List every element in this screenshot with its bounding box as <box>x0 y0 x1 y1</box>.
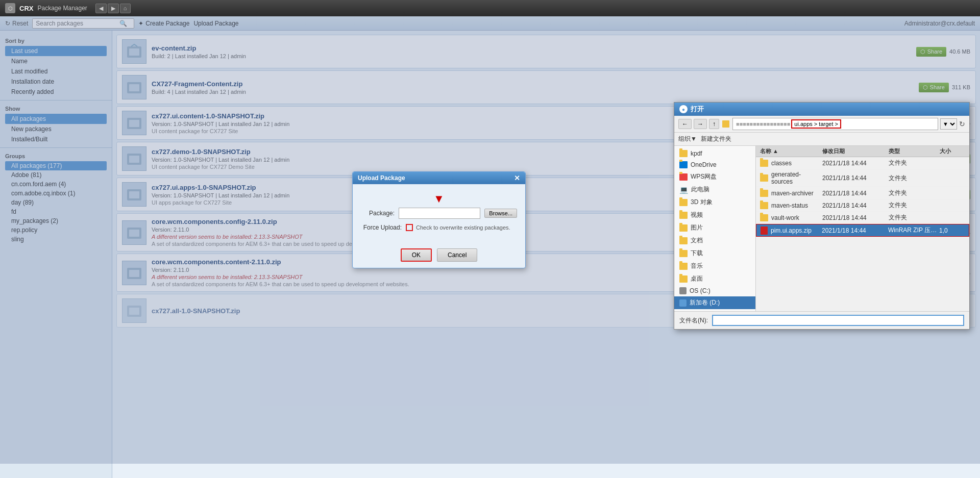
fb-left-item-computer[interactable]: 💻 此电脑 <box>674 183 755 196</box>
fb-left-item-osc[interactable]: OS (C:) <box>674 285 755 296</box>
app-subtitle: Package Manager <box>37 5 87 12</box>
file-name: maven-status <box>760 202 822 209</box>
list-item[interactable]: vault-work 2021/1/18 14:44 文件夹 <box>756 212 969 224</box>
fb-left-item-newd[interactable]: 新加卷 (D:) <box>674 296 755 309</box>
arrow-indicator: ▼ <box>433 192 445 206</box>
nav-home-btn[interactable]: ⌂ <box>120 4 131 13</box>
file-date: 2021/1/18 14:44 <box>822 160 889 167</box>
modal-title: Upload Package <box>358 174 405 182</box>
upload-package-modal: Upload Package ✕ ▼ Package: Browse... Fo… <box>352 171 526 268</box>
top-bar: ⬡ CRX Package Manager ◀ ▶ ⌂ <box>0 0 980 16</box>
fb-folder-location-icon <box>722 120 729 128</box>
fb-new-folder-btn[interactable]: 新建文件夹 <box>701 135 731 143</box>
fb-left-item-music[interactable]: 音乐 <box>674 260 755 272</box>
file-date: 2021/1/18 14:44 <box>822 227 888 234</box>
modal-body: ▼ Package: Browse... Force Upload: Check… <box>353 184 525 244</box>
nav-buttons: ◀ ▶ ⌂ <box>95 4 131 13</box>
force-upload-checkbox[interactable] <box>406 224 413 231</box>
cancel-button[interactable]: Cancel <box>437 248 477 262</box>
col-date-header: 修改日期 <box>822 147 889 155</box>
ok-button[interactable]: OK <box>401 248 432 262</box>
folder-icon <box>760 214 768 221</box>
list-item[interactable]: pim.ui.apps.zip 2021/1/18 14:44 WinRAR Z… <box>756 224 969 237</box>
file-type: 文件夹 <box>889 174 940 183</box>
file-name: classes <box>760 160 822 167</box>
crx-logo-icon: ⬡ <box>5 3 15 13</box>
fb-toolbar: ← → ↑ ■■■■■■■■■■■■■■■■ ui.apps > target … <box>674 116 969 133</box>
folder-icon <box>679 199 688 206</box>
hdd-icon <box>679 299 687 307</box>
package-label: Package: <box>361 210 395 217</box>
folder-icon <box>679 224 688 232</box>
fb-left-panel: kpdf OneDrive WPS网盘 💻 此电脑 3D 对象 视频 <box>674 146 756 311</box>
force-upload-row: Force Upload: Check to overwrite existin… <box>361 224 517 231</box>
fb-left-item-wps[interactable]: WPS网盘 <box>674 170 755 183</box>
fb-path-bar: ■■■■■■■■■■■■■■■■ ui.apps > target > <box>732 118 938 130</box>
fb-filename-input[interactable] <box>712 315 964 326</box>
file-type: WinRAR ZIP 压缩... <box>888 226 939 235</box>
fb-left-item-onedrive[interactable]: OneDrive <box>674 159 755 170</box>
folder-icon <box>760 174 768 182</box>
fb-left-item-kpdf[interactable]: kpdf <box>674 148 755 159</box>
fb-bottom: 文件名(N): <box>674 311 969 329</box>
folder-icon <box>760 202 768 209</box>
app-title-crx: CRX <box>19 5 33 12</box>
app-title: CRX <box>19 5 33 12</box>
file-type: 文件夹 <box>889 189 940 197</box>
modal-footer: OK Cancel <box>353 244 525 268</box>
folder-icon <box>679 161 688 168</box>
list-item[interactable]: generated-sources 2021/1/18 14:44 文件夹 <box>756 169 969 187</box>
file-date: 2021/1/18 14:44 <box>822 214 889 221</box>
fb-refresh-btn[interactable]: ↻ <box>959 120 965 128</box>
fb-right-panel: 名称 ▲ 修改日期 类型 大小 classes 2021/1/18 14:44 … <box>756 146 969 311</box>
fb-left-item-pictures[interactable]: 图片 <box>674 221 755 234</box>
list-item[interactable]: maven-status 2021/1/18 14:44 文件夹 <box>756 199 969 212</box>
file-name: maven-archiver <box>760 190 822 197</box>
hdd-icon <box>679 287 687 294</box>
list-item[interactable]: classes 2021/1/18 14:44 文件夹 <box>756 157 969 169</box>
folder-icon <box>679 263 688 270</box>
folder-icon <box>679 212 688 219</box>
computer-icon: 💻 <box>679 186 688 194</box>
file-size: 1,0 <box>939 227 965 234</box>
zip-icon <box>761 227 768 235</box>
fb-organize-btn[interactable]: 组织▼ <box>678 135 697 143</box>
browse-btn[interactable]: Browse... <box>484 209 517 218</box>
file-name: pim.ui.apps.zip <box>761 227 822 235</box>
modal-title-bar: Upload Package ✕ <box>353 172 525 184</box>
file-name: generated-sources <box>760 171 822 185</box>
fb-left-item-video[interactable]: 视频 <box>674 209 755 221</box>
fb-main: kpdf OneDrive WPS网盘 💻 此电脑 3D 对象 视频 <box>674 146 969 311</box>
fb-logo-icon: ● <box>679 105 688 113</box>
fb-header-row: 名称 ▲ 修改日期 类型 大小 <box>756 146 969 157</box>
list-item[interactable]: maven-archiver 2021/1/18 14:44 文件夹 <box>756 187 969 199</box>
fb-left-item-3d[interactable]: 3D 对象 <box>674 196 755 209</box>
folder-icon <box>760 160 768 167</box>
folder-icon <box>679 150 688 157</box>
fb-left-item-desktop[interactable]: 桌面 <box>674 272 755 285</box>
file-date: 2021/1/18 14:44 <box>822 190 889 197</box>
fb-path-dropdown[interactable]: ▼ <box>940 118 957 130</box>
file-date: 2021/1/18 14:44 <box>822 174 889 182</box>
force-upload-label: Force Upload: <box>361 224 402 231</box>
nav-forward-btn[interactable]: ▶ <box>108 4 119 13</box>
modal-close-btn[interactable]: ✕ <box>514 174 520 182</box>
nav-back-btn[interactable]: ◀ <box>95 4 107 13</box>
fb-forward-btn[interactable]: → <box>694 119 707 129</box>
file-type: 文件夹 <box>889 159 940 167</box>
folder-icon <box>679 275 688 283</box>
file-type: 文件夹 <box>889 201 940 210</box>
fb-path-prefix: ■■■■■■■■■■■■■■■■ <box>736 121 790 127</box>
fb-back-btn[interactable]: ← <box>678 119 692 129</box>
fb-left-item-docs[interactable]: 文档 <box>674 234 755 247</box>
fb-left-item-downloads[interactable]: 下载 <box>674 247 755 260</box>
fb-actions-bar: 组织▼ 新建文件夹 <box>674 133 969 146</box>
col-type-header: 类型 <box>889 147 940 155</box>
fb-title: 打开 <box>691 105 704 114</box>
file-name: vault-work <box>760 214 822 221</box>
package-input[interactable] <box>399 208 480 219</box>
folder-icon <box>679 237 688 244</box>
folder-icon <box>679 173 688 181</box>
fb-up-btn[interactable]: ↑ <box>709 119 719 129</box>
folder-icon <box>760 190 768 197</box>
